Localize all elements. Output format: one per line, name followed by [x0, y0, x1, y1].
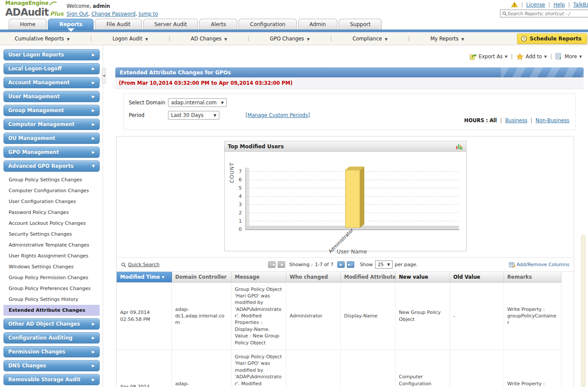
sign-out-link[interactable]: Sign Out [67, 11, 88, 17]
sidebar-item-group-policy-preferences-changes[interactable]: Group Policy Preferences Changes [3, 283, 100, 294]
chart-card: Top Modified Users COUNT 01234567 [224, 141, 467, 251]
sidebar-group-configuration-auditing[interactable]: Configuration Auditing▶ [3, 332, 100, 344]
last-page-button[interactable]: ▶❘ [347, 261, 354, 268]
talkback-link[interactable]: TalkBack [573, 2, 588, 8]
sidebar-item-account-lockout-policy-changes[interactable]: Account Lockout Policy Changes [3, 218, 100, 229]
hours-nonbusiness-option[interactable]: Non-Business [536, 117, 569, 123]
hours-business-option[interactable]: Business [505, 117, 528, 123]
tab-file-audit[interactable]: File Audit [95, 19, 141, 30]
sidebar-group-label: OU Management [8, 135, 55, 141]
search-box[interactable] [500, 10, 588, 17]
sidebar-group-user-management[interactable]: User Management▶ [3, 91, 100, 102]
tab-home[interactable]: Home [9, 19, 47, 30]
column-header-new-value[interactable]: New value [395, 272, 450, 282]
table-cell: Apr 09,2014 02:56:58 PM [117, 350, 171, 387]
sidebar-item-administrative-template-changes[interactable]: Administrative Template Changes [3, 240, 100, 250]
warning-icon[interactable]: ! [511, 2, 518, 7]
license-link[interactable]: License [526, 2, 545, 8]
table-cell: Write Property : groupPolicyContainer [504, 282, 561, 350]
sidebar-group-local-logon-logoff[interactable]: Local Logon-Logoff▶ [3, 63, 100, 74]
column-header-old-value[interactable]: Old Value [450, 272, 504, 282]
prev-page-button[interactable]: ◀ [278, 261, 285, 268]
sidebar-item-user-rights-assignment-changes[interactable]: User Rights Assignment Changes [3, 250, 100, 261]
product-suffix: Plus [50, 10, 64, 17]
chart-y-tick-label: 1 [231, 218, 242, 224]
tab-configuration[interactable]: Configuration [239, 19, 296, 30]
sidebar-group-user-logon-reports[interactable]: User Logon Reports▶ [3, 49, 100, 60]
schedule-reports-button[interactable]: Schedule Reports [517, 33, 587, 44]
bar-front-face [345, 170, 360, 228]
more-button[interactable]: More ▼ [555, 53, 582, 60]
chart-bar-administrator[interactable] [345, 167, 365, 228]
table-row[interactable]: Apr 09,2014 02:56:58 PMadap-dc1.adap.int… [117, 282, 561, 350]
sidebar-group-dns-changes[interactable]: DNS Changes▶ [3, 360, 100, 371]
sidebar-group-removable-storage-audit[interactable]: Removable Storage Audit▶ [3, 374, 100, 385]
sidebar-item-extended-attribute-changes[interactable]: Extended Attribute Changes [3, 305, 100, 316]
add-to-button[interactable]: Add to ▼ [516, 53, 547, 60]
first-page-button[interactable]: ❘◀ [268, 261, 276, 268]
subnav-cumulative-reports[interactable]: Cumulative Reports ▼ [15, 36, 70, 42]
add-remove-columns-label: Add/Remove Columns [517, 262, 569, 267]
period-select[interactable]: Last 30 Days ▼ [168, 111, 219, 120]
column-header-remarks[interactable]: Remarks [504, 272, 561, 282]
subnav-logon-audit[interactable]: Logon Audit ▼ [112, 36, 148, 42]
sidebar-group-group-management[interactable]: Group Management▶ [3, 105, 100, 116]
sidebar-group-other-ad-object-changes[interactable]: Other AD Object Changes▶ [3, 318, 100, 330]
export-as-button[interactable]: Export As ▼ [470, 53, 507, 60]
report-panel: Top Modified Users COUNT 01234567 [116, 136, 574, 387]
page-size-select[interactable]: 25 ▼ [375, 260, 393, 269]
sidebar-group-ou-management[interactable]: OU Management▶ [3, 133, 100, 144]
search-input[interactable] [507, 11, 588, 16]
sidebar-item-group-policy-settings-history[interactable]: Group Policy Settings History [3, 294, 100, 305]
sidebar-group-label: Computer Management [8, 121, 74, 127]
add-remove-columns-button[interactable]: Add/Remove Columns [452, 262, 569, 268]
help-link[interactable]: Help [554, 2, 565, 8]
chevron-down-icon: ▼ [92, 164, 95, 168]
sidebar-group-computer-management[interactable]: Computer Management▶ [3, 119, 100, 130]
sidebar-group-account-management[interactable]: Account Management▶ [3, 77, 100, 88]
report-title-bar: Extended Attribute Changes for GPOs [115, 67, 584, 77]
subnav-compliance[interactable]: Compliance ▼ [353, 36, 388, 42]
column-header-modified-time[interactable]: Modified Time ▾ [117, 272, 171, 282]
subnav-ad-changes[interactable]: AD Changes ▼ [191, 36, 227, 42]
sidebar-item-group-policy-permission-changes[interactable]: Group Policy Permission Changes [3, 272, 100, 283]
page-size-caret-icon: ▼ [387, 263, 390, 267]
sidebar-item-password-policy-changes[interactable]: Password Policy Changes [3, 207, 100, 218]
manage-custom-periods-link[interactable]: [Manage Custom Periods] [245, 112, 310, 118]
tab-support[interactable]: Support [339, 19, 382, 30]
subnav-separator: | [90, 36, 92, 41]
sidebar-item-security-settings-changes[interactable]: Security Settings Changes [3, 229, 100, 240]
chart-3d-wall [246, 168, 249, 226]
subnav-my-reports[interactable]: My Reports ▼ [430, 36, 464, 42]
column-header-modified-attributes[interactable]: Modified Attributes [340, 272, 395, 282]
quick-search-button[interactable]: Quick Search [121, 262, 234, 267]
table-row[interactable]: Apr 09,2014 02:56:58 PMadap-dc1.adap.int… [117, 350, 561, 387]
sidebar-group-advanced-gpo-reports[interactable]: Advanced GPO Reports▼ [3, 160, 100, 172]
sidebar-item-windows-settings-changes[interactable]: Windows Settings Changes [3, 261, 100, 272]
tab-admin[interactable]: Admin [298, 19, 337, 30]
sidebar-item-computer-configuration-changes[interactable]: Computer Configuration Changes [3, 185, 100, 196]
welcome-label: Welcome, [67, 3, 91, 9]
change-password-link[interactable]: Change Password [91, 11, 135, 17]
table-cell: Group Policy Object 'Hari GPO' was modif… [231, 282, 286, 350]
column-header-who-changed[interactable]: Who changed [286, 272, 340, 282]
domain-select-value: adap.internal.com [171, 100, 217, 106]
next-page-button[interactable]: ▶ [337, 261, 345, 268]
sidebar-item-user-configuration-changes[interactable]: User Configuration Changes [3, 196, 100, 207]
column-header-message[interactable]: Message [231, 272, 286, 282]
domain-select[interactable]: adap.internal.com ▼ [168, 98, 227, 107]
subnav-gpo-changes[interactable]: GPO Changes ▼ [270, 36, 309, 42]
sidebar-item-group-policy-settings-changes[interactable]: Group Policy Settings Changes [3, 174, 100, 185]
sidebar-group-gpo-management[interactable]: GPO Management▶ [3, 147, 100, 158]
scrollbar-track[interactable] [581, 235, 585, 387]
column-header-domain-controller[interactable]: Domain Controller [171, 272, 231, 282]
tab-reports[interactable]: Reports [48, 19, 94, 30]
hours-all-option[interactable]: All [490, 117, 497, 123]
tab-server-audit[interactable]: Server Audit [143, 19, 198, 30]
chart-type-icon[interactable] [456, 143, 463, 150]
jump-to-link[interactable]: Jump to [139, 11, 158, 17]
tab-alerts[interactable]: Alerts [199, 19, 237, 30]
app-logo: ManageEngine ADAudit Plus [5, 0, 64, 17]
main-tabbar: HomeReportsFile AuditServer AuditAlertsC… [0, 18, 588, 30]
sidebar-group-permission-changes[interactable]: Permission Changes▶ [3, 346, 100, 357]
